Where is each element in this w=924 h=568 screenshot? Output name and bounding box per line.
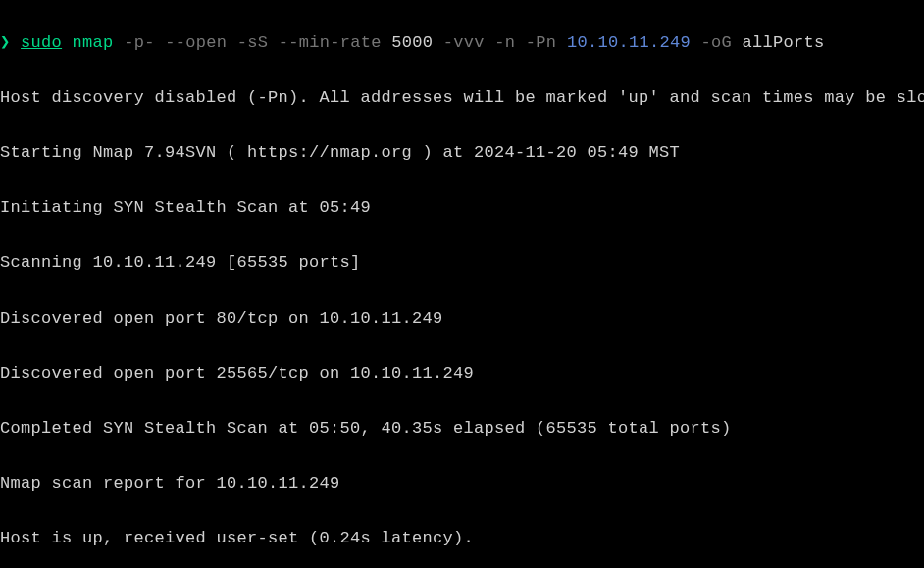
flag-minrate: --min-rate (279, 33, 382, 52)
output-line: Initiating SYN Stealth Scan at 05:49 (0, 194, 924, 222)
flag-open: --open (165, 33, 227, 52)
output-line: Host discovery disabled (-Pn). All addre… (0, 84, 924, 112)
command-line: ❯ sudo nmap -p- --open -sS --min-rate 50… (0, 29, 924, 57)
flag-syn: -sS (237, 33, 269, 52)
target-ip: 10.10.11.249 (567, 33, 691, 52)
output-line: Nmap scan report for 10.10.11.249 (0, 470, 924, 497)
flag-ports: -p- (124, 33, 155, 52)
flag-output: -oG (700, 33, 732, 52)
output-line: Scanning 10.10.11.249 [65535 ports] (0, 249, 924, 277)
sudo-cmd: sudo (21, 33, 62, 52)
output-line: Starting Nmap 7.94SVN ( https://nmap.org… (0, 139, 924, 167)
flag-verbose: -vvv (443, 33, 485, 52)
rate-value: 5000 (391, 33, 433, 52)
flag-nodns: -n (494, 33, 515, 52)
output-line: Completed SYN Stealth Scan at 05:50, 40.… (0, 415, 924, 442)
prompt-arrow-icon: ❯ (0, 33, 11, 52)
outfile-name: allPorts (742, 33, 824, 52)
output-line: Discovered open port 25565/tcp on 10.10.… (0, 360, 924, 387)
terminal-window[interactable]: ❯ sudo nmap -p- --open -sS --min-rate 50… (0, 2, 924, 568)
flag-noping: -Pn (526, 33, 557, 52)
nmap-cmd: nmap (73, 33, 114, 52)
output-line: Host is up, received user-set (0.24s lat… (0, 525, 924, 552)
output-line: Discovered open port 80/tcp on 10.10.11.… (0, 305, 924, 333)
